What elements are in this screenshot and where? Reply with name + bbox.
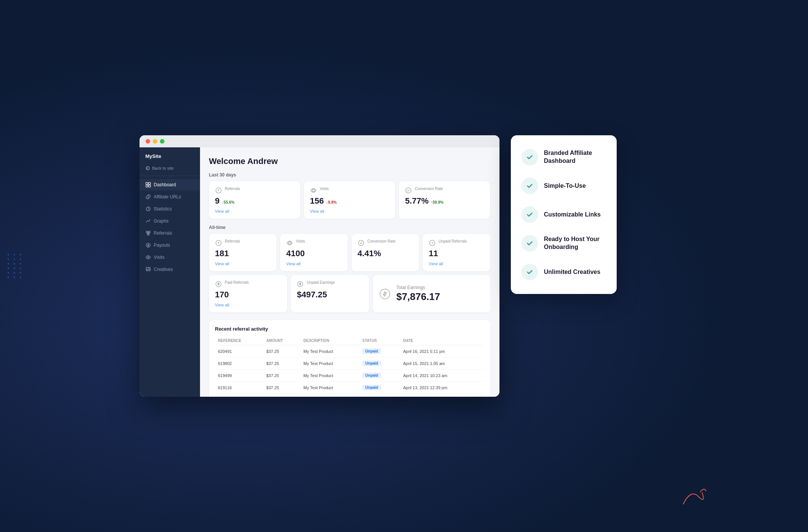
- cell-status: Unpaid: [359, 394, 400, 397]
- cell-date: April 13, 2021 12:39 pm: [400, 382, 484, 394]
- status-badge: Unpaid: [362, 360, 381, 366]
- cell-amount: $37.25: [263, 394, 300, 397]
- browser-body: MySite Back to site: [140, 147, 499, 397]
- scene-container: MySite Back to site: [140, 135, 669, 397]
- feature-item: Branded Affiliate Dashboard: [518, 144, 609, 170]
- cell-ref: 619116: [215, 382, 264, 394]
- cell-desc: My Test Product: [301, 370, 360, 382]
- cell-desc: My Test Product: [301, 382, 360, 394]
- minimize-dot: [153, 139, 157, 144]
- sidebar-nav: Dashboard Affiliate URLs: [140, 179, 200, 275]
- cell-status: Unpaid: [359, 345, 400, 357]
- activity-table: Reference Amount Description Status Date…: [215, 336, 484, 397]
- creatives-icon: [146, 267, 151, 272]
- sidebar: MySite Back to site: [140, 147, 200, 397]
- cell-status: Unpaid: [359, 370, 400, 382]
- paid-ref-icon: [215, 281, 222, 288]
- swirl-decoration: [679, 485, 710, 509]
- feature-label: Unlimited Creatives: [544, 268, 600, 276]
- cell-status: Unpaid: [359, 357, 400, 370]
- status-badge: Unpaid: [362, 348, 381, 354]
- cell-status: Unpaid: [359, 382, 400, 394]
- table-row: 619802 $37.25 My Test Product Unpaid Apr…: [215, 357, 484, 370]
- browser-window: MySite Back to site: [140, 135, 499, 397]
- svg-point-10: [147, 257, 149, 258]
- feature-check-icon: [521, 206, 538, 223]
- feature-label: Branded Affiliate Dashboard: [544, 149, 606, 165]
- last30-stats-grid: Referrals 9 ↑55.6% View all: [209, 181, 490, 219]
- svg-rect-3: [146, 185, 147, 187]
- back-to-site-link[interactable]: Back to site: [140, 164, 200, 173]
- total-earnings-value: $7,876.17: [396, 291, 440, 303]
- checkmark-icon: [526, 240, 533, 247]
- visits-30d-view-all[interactable]: View all: [310, 209, 389, 213]
- sidebar-item-payouts[interactable]: Payouts: [140, 240, 200, 251]
- col-reference: Reference: [215, 336, 264, 345]
- stat-card-conversion-30d: Conversion Rate 5.77% ↑59.9%: [399, 181, 490, 219]
- feature-item: Ready to Host Your Onboarding: [518, 230, 609, 256]
- last30-label: Last 30 days: [209, 172, 490, 178]
- visits-icon: [146, 255, 151, 260]
- sidebar-divider: [140, 176, 200, 176]
- unpaid-earn-icon: [297, 281, 304, 288]
- col-description: Description: [301, 336, 360, 345]
- svg-rect-7: [148, 231, 150, 233]
- statistics-icon: [146, 206, 151, 212]
- cell-ref: 620491: [215, 345, 264, 357]
- stat-card-referrals-all: Referrals 181 View all: [209, 234, 277, 271]
- dashboard-icon: [146, 182, 151, 187]
- feature-item: Unlimited Creatives: [518, 259, 609, 285]
- status-badge: Unpaid: [362, 385, 381, 390]
- activity-section: Recent referral activity Reference Amoun…: [209, 320, 490, 397]
- cell-desc: My Test Product: [301, 394, 360, 397]
- sidebar-item-statistics[interactable]: Statistics: [140, 203, 200, 215]
- activity-title: Recent referral activity: [215, 326, 484, 332]
- col-status: Status: [359, 336, 400, 345]
- checkmark-icon: [526, 211, 533, 218]
- referrals-30d-view-all[interactable]: View all: [215, 209, 294, 213]
- feature-check-icon: [521, 178, 538, 194]
- cell-date: April 14, 2021 10:23 am: [400, 370, 484, 382]
- stat-card-unpaid-earnings: Unpaid Earnings $497.25: [291, 275, 369, 312]
- graphs-icon: [146, 218, 151, 224]
- dots-decoration: [8, 254, 23, 278]
- svg-rect-4: [148, 185, 150, 187]
- sidebar-item-referrals[interactable]: Referrals: [140, 227, 200, 239]
- table-row: 619116 $37.25 My Test Product Unpaid Apr…: [215, 382, 484, 394]
- svg-point-16: [288, 242, 291, 244]
- total-earnings-card: Total Earnings $7,876.17: [373, 275, 490, 312]
- stat-card-conversion-all: Conversion Rate 4.41%: [352, 234, 419, 271]
- feature-check-icon: [521, 235, 538, 252]
- cell-amount: $37.25: [263, 382, 300, 394]
- referrals-stat-icon: [215, 187, 222, 194]
- sidebar-item-visits[interactable]: Visits: [140, 252, 200, 263]
- paid-ref-view-all[interactable]: View all: [215, 303, 281, 307]
- welcome-heading: Welcome Andrew: [209, 156, 490, 166]
- svg-rect-6: [146, 231, 147, 233]
- referrals-all-view-all[interactable]: View all: [215, 261, 271, 266]
- sidebar-item-creatives[interactable]: Creatives: [140, 264, 200, 275]
- conversion-stat-icon-all: [358, 240, 364, 246]
- sidebar-item-dashboard[interactable]: Dashboard: [140, 179, 200, 190]
- cell-date: April 16, 2021 5:11 pm: [400, 345, 484, 357]
- visits-stat-icon-all: [286, 240, 293, 246]
- unpaid-ref-icon: [429, 240, 436, 246]
- link-icon: [146, 194, 151, 200]
- sidebar-item-graphs[interactable]: Graphs: [140, 215, 200, 227]
- cell-amount: $37.25: [263, 357, 300, 370]
- alltime-stats-grid: Referrals 181 View all Visits: [209, 234, 490, 271]
- unpaid-ref-view-all[interactable]: View all: [429, 261, 484, 266]
- sidebar-item-affiliate-urls[interactable]: Affiliate URLs: [140, 191, 200, 203]
- table-row: 619499 $37.25 My Test Product Unpaid Apr…: [215, 370, 484, 382]
- cell-desc: My Test Product: [301, 345, 360, 357]
- cell-desc: My Test Product: [301, 357, 360, 370]
- alltime-label: All-time: [209, 225, 490, 230]
- total-earnings-label: Total Earnings: [396, 285, 440, 290]
- visits-all-view-all[interactable]: View all: [286, 261, 342, 266]
- close-dot: [146, 139, 150, 144]
- stat-card-visits-30d: Visits 156 ↓9.8% View all: [304, 181, 395, 219]
- cell-amount: $37.25: [263, 345, 300, 357]
- feature-item: Customizable Links: [518, 202, 609, 227]
- maximize-dot: [160, 139, 164, 144]
- feature-label: Simple-To-Use: [544, 182, 586, 190]
